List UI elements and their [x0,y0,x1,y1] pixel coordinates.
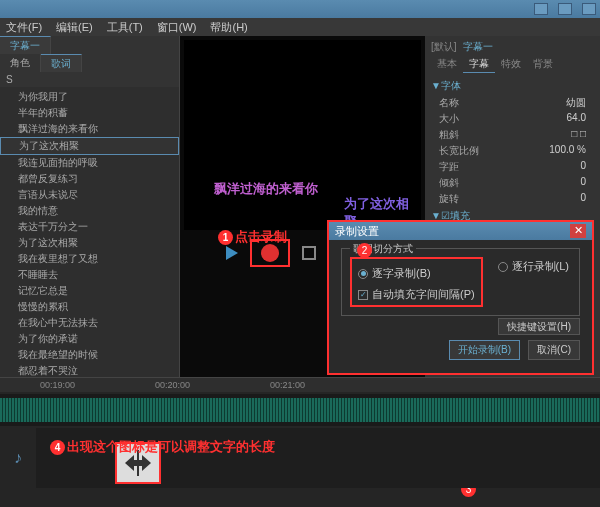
prop-spacing-value[interactable]: 0 [580,160,586,174]
lyric-row[interactable]: 不睡睡去 [0,267,179,283]
section-font[interactable]: ▼字体 [431,77,594,95]
lyric-row[interactable]: 都忍着不哭泣 [0,363,179,377]
prop-rotate-label: 旋转 [439,192,459,206]
lyric-row[interactable]: 为了这次相聚 [0,235,179,251]
ruler-t3: 00:21:00 [270,380,305,390]
tab-lyric[interactable]: 歌词 [41,54,82,72]
video-preview: 飘洋过海的来看你 为了这次相聚 [184,40,421,230]
lyric-row[interactable]: 表达千万分之一 [0,219,179,235]
minimize-button[interactable] [534,3,548,15]
menu-help[interactable]: 帮助(H) [210,20,247,35]
lyric-row[interactable]: 我在最绝望的时候 [0,347,179,363]
badge-2: 2 [357,243,372,258]
check-autofill[interactable]: ✓自动填充字间间隔(P) [358,287,475,302]
prop-slant-value[interactable]: 0 [580,176,586,190]
callout-1: 1点击录制 [218,228,287,246]
badge-1: 1 [218,230,233,245]
prop-name-value[interactable]: 幼圆 [566,96,586,110]
lyric-row[interactable]: 为了这次相聚 [0,137,179,155]
radio-line-label: 逐行录制(L) [512,259,569,274]
hotkey-settings-button[interactable]: 快捷键设置(H) [498,318,580,335]
close-window-button[interactable] [582,3,596,15]
prop-rotate-value[interactable]: 0 [580,192,586,206]
badge-4: 4 [50,440,65,455]
prop-slant-label: 倾斜 [439,176,459,190]
radio-char-label: 逐字录制(B) [372,266,431,281]
cancel-button[interactable]: 取消(C) [528,340,580,360]
lyric-row[interactable]: 慢慢的累积 [0,299,179,315]
rtab2-subtitle[interactable]: 字幕 [463,56,495,73]
lyric-row[interactable]: 我连见面拍的呼吸 [0,155,179,171]
lyrics-list[interactable]: 为你我用了半年的积蓄飘洋过海的来看你为了这次相聚我连见面拍的呼吸都曾反复练习言语… [0,87,179,377]
preview-line-a: 飘洋过海的来看你 [214,180,318,198]
stop-button[interactable] [302,246,316,260]
prop-ratio-label: 长宽比例 [439,144,479,158]
maximize-button[interactable] [558,3,572,15]
lyric-row[interactable]: 半年的积蓄 [0,105,179,121]
menu-edit[interactable]: 编辑(E) [56,20,93,35]
dialog-title: 录制设置 [335,224,379,238]
title-bar [0,0,600,18]
track-music-icon: ♪ [0,428,36,488]
ruler-t1: 00:19:00 [40,380,75,390]
lyric-row[interactable]: 飘洋过海的来看你 [0,121,179,137]
lyric-row[interactable]: 为你我用了 [0,89,179,105]
radio-char[interactable]: 逐字录制(B) [358,266,431,281]
ruler-t2: 00:20:00 [155,380,190,390]
lyric-row[interactable]: 都曾反复练习 [0,171,179,187]
prop-size-value[interactable]: 64.0 [567,112,586,126]
dialog-close-button[interactable]: ✕ [570,224,586,238]
prop-ratio-value[interactable]: 100.0 % [549,144,586,158]
timeline-panel: 00:19:00 00:20:00 00:21:00 4出现这个图标是可以调整文… [0,377,600,507]
callout-1-text: 点击录制 [235,229,287,244]
prop-spacing-label: 字距 [439,160,459,174]
lyric-column-head: S [0,72,179,87]
prop-weight-value[interactable]: □ □ [571,128,586,142]
start-record-button[interactable]: 开始录制(B) [449,340,520,360]
dialog-titlebar: 录制设置 ✕ [329,222,592,240]
menu-tool[interactable]: 工具(T) [107,20,143,35]
menu-file[interactable]: 文件(F) [6,20,42,35]
tab-role[interactable]: 角色 [0,54,41,72]
prop-size-label: 大小 [439,112,459,126]
left-panel: 字幕一 角色 歌词 S 为你我用了半年的积蓄飘洋过海的来看你为了这次相聚我连见面… [0,36,180,377]
callout-4: 4出现这个图标是可以调整文字的长度 [50,438,275,456]
tab-subtitle[interactable]: 字幕一 [0,36,51,54]
check-autofill-label: 自动填充字间间隔(P) [372,287,475,302]
rtab2-effect[interactable]: 特效 [495,56,527,73]
lyric-row[interactable]: 记忆它总是 [0,283,179,299]
prop-name-label: 名称 [439,96,459,110]
rtab-subtitle[interactable]: 字幕一 [463,40,493,54]
menu-bar: 文件(F) 编辑(E) 工具(T) 窗口(W) 帮助(H) [0,18,600,36]
lyric-row[interactable]: 我的情意 [0,203,179,219]
record-icon [261,244,279,262]
rtab-default[interactable]: [默认] [431,40,457,54]
waveform-left[interactable] [0,394,600,426]
prop-weight-label: 粗斜 [439,128,459,142]
menu-window[interactable]: 窗口(W) [157,20,197,35]
lyric-row[interactable]: 在我心中无法抹去 [0,315,179,331]
lyric-row[interactable]: 言语从未说尽 [0,187,179,203]
time-ruler[interactable]: 00:19:00 00:20:00 00:21:00 [0,378,600,392]
callout-4-text: 出现这个图标是可以调整文字的长度 [67,439,275,454]
lyric-row[interactable]: 为了你的承诺 [0,331,179,347]
lyric-row[interactable]: 我在夜里想了又想 [0,251,179,267]
rtab2-bg[interactable]: 背景 [527,56,559,73]
play-button[interactable] [226,246,238,260]
radio-line[interactable]: 逐行录制(L) [498,259,569,274]
rtab2-basic[interactable]: 基本 [431,56,463,73]
